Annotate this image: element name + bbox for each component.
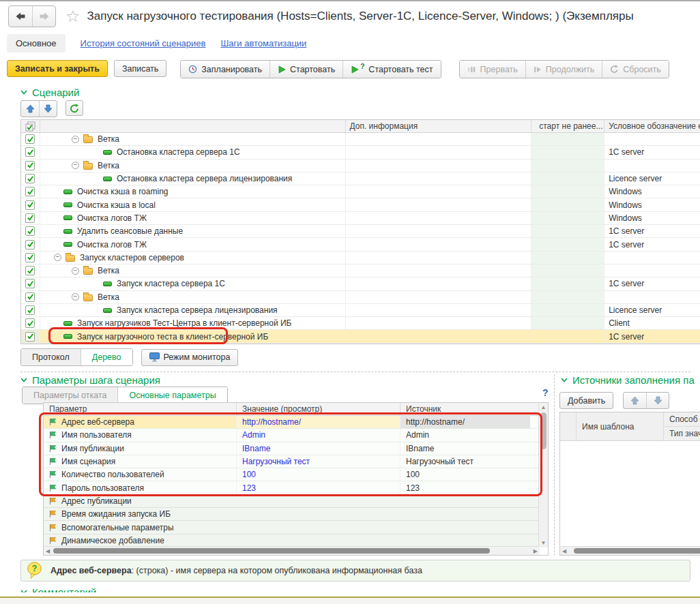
row-enabled-checkbox[interactable] (21, 185, 40, 198)
move-up-button[interactable] (624, 393, 646, 408)
collapse-minus-icon[interactable]: − (72, 267, 79, 275)
param-name[interactable]: Адрес веб-сервера (44, 416, 236, 428)
scenario-row[interactable]: Запуск нагрузочного теста в клиент-серве… (21, 330, 700, 343)
scrollbar-thumb[interactable] (574, 548, 700, 554)
params-horizontal-scrollbar[interactable]: ◀ ▶ (44, 546, 540, 555)
scenario-row-name[interactable]: −Запуск кластеров серверов (40, 252, 345, 264)
scenario-row-name[interactable]: Остановка кластера сервера 1С (40, 146, 345, 158)
param-row[interactable]: Пароль пользователя123123 (44, 481, 548, 494)
select-all-icon[interactable] (21, 120, 40, 132)
favorite-star-icon[interactable]: ☆ (65, 8, 81, 25)
scenario-row-name[interactable]: Очистка логов ТЖ (40, 212, 345, 224)
collapse-minus-icon[interactable]: − (72, 293, 79, 301)
param-source[interactable]: IBname (400, 442, 530, 455)
scenario-row-name[interactable]: Остановка кластера сервера лицензировани… (40, 172, 345, 185)
row-enabled-checkbox[interactable] (21, 238, 40, 250)
row-enabled-checkbox[interactable] (21, 198, 40, 211)
scenario-row[interactable]: Остановка кластера сервера лицензировани… (21, 172, 700, 185)
scenario-row-name[interactable]: Запуск нагрузчиков Тест-Центра в клиент-… (40, 317, 345, 329)
scenario-row-name[interactable]: Удалить сеансовые данные (40, 225, 345, 237)
row-enabled-checkbox[interactable] (21, 291, 40, 303)
scroll-down-icon[interactable]: ▼ (539, 540, 548, 546)
param-name[interactable]: Имя сценария (44, 455, 236, 468)
back-button[interactable] (9, 6, 32, 27)
help-link[interactable]: ? (542, 387, 549, 398)
param-group-row[interactable]: Адрес публикации (44, 495, 548, 508)
add-button[interactable]: Добавить (559, 392, 613, 409)
start-button[interactable]: Стартовать (269, 61, 342, 78)
param-row[interactable]: Имя пользователяAdminAdmin (44, 429, 548, 442)
tab-automation-steps[interactable]: Шаги автоматизации (220, 38, 306, 48)
reset-button[interactable]: Сбросить (602, 61, 669, 78)
scenario-row[interactable]: −Ветка (21, 291, 700, 304)
row-enabled-checkbox[interactable] (21, 225, 40, 237)
refresh-button[interactable] (65, 100, 83, 116)
continue-button[interactable]: Продолжить (525, 61, 602, 78)
scenario-row[interactable]: Остановка кластера сервера 1С1C server (21, 146, 700, 159)
scenario-row[interactable]: Запуск нагрузчиков Тест-Центра в клиент-… (21, 317, 700, 330)
param-value-link[interactable]: 100 (236, 468, 400, 481)
monitor-mode-button[interactable]: Режим монитора (141, 349, 239, 366)
row-enabled-checkbox[interactable] (21, 252, 40, 264)
param-source[interactable]: Нагрузочный тест (400, 455, 530, 468)
param-name[interactable]: Имя пользователя (44, 429, 236, 441)
tab-main-params[interactable]: Основные параметры (117, 387, 227, 404)
save-close-button[interactable]: Записать и закрыть (7, 60, 108, 77)
scenario-row-name[interactable]: Очистка логов ТЖ (40, 238, 345, 250)
tab-scenario-history[interactable]: История состояний сценариев (81, 38, 206, 48)
view-protocol-button[interactable]: Протокол (21, 349, 81, 365)
bottom-section-header[interactable]: Комментарий (20, 586, 225, 592)
param-value-link[interactable]: Admin (236, 429, 400, 441)
row-enabled-checkbox[interactable] (21, 160, 40, 172)
param-value-link[interactable]: 123 (236, 481, 400, 494)
move-down-button[interactable] (646, 393, 669, 408)
scenario-row[interactable]: −Запуск кластеров серверов (21, 252, 700, 265)
schedule-button[interactable]: Запланировать (181, 61, 269, 78)
scrollbar-thumb[interactable] (53, 548, 490, 554)
scenario-row[interactable]: Очистка кэша в roamingWindows (21, 185, 700, 198)
scenario-row[interactable]: −Ветка (21, 265, 700, 277)
scenario-row[interactable]: −Ветка (21, 133, 700, 146)
param-group-row[interactable]: Вспомогательные параметры (44, 521, 548, 534)
scenario-row-name[interactable]: −Ветка (40, 160, 345, 172)
row-enabled-checkbox[interactable] (21, 212, 40, 224)
param-name[interactable]: Имя публикации (44, 442, 236, 455)
scroll-left-icon[interactable]: ◀ (562, 548, 566, 554)
scenario-row-name[interactable]: −Ветка (40, 133, 345, 145)
param-name[interactable]: Количество пользователей (44, 468, 236, 481)
row-enabled-checkbox[interactable] (21, 265, 40, 277)
scenario-row[interactable]: Удалить сеансовые данные1C server (21, 225, 700, 238)
param-source[interactable]: Admin (400, 429, 530, 441)
scenario-row-name[interactable]: Запуск кластера сервера 1С (40, 277, 345, 290)
param-group-row[interactable]: Время ожидания запуска ИБ (44, 508, 548, 521)
collapse-minus-icon[interactable]: − (72, 136, 79, 143)
param-row[interactable]: Имя публикацииIBnameIBname (44, 442, 548, 455)
collapse-minus-icon[interactable]: − (54, 254, 61, 261)
interrupt-button[interactable]: Прервать (460, 61, 525, 78)
scroll-right-icon[interactable]: ▶ (534, 548, 538, 554)
forward-button[interactable] (32, 6, 55, 27)
scenario-row-name[interactable]: Очистка кэша в roaming (40, 185, 345, 198)
row-enabled-checkbox[interactable] (21, 304, 40, 316)
move-down-button[interactable] (39, 101, 57, 117)
scenario-row[interactable]: Очистка логов ТЖ1C server (21, 238, 700, 251)
scenario-row-name[interactable]: −Ветка (40, 265, 345, 277)
scenario-row[interactable]: Запуск кластера сервера лицензированияLi… (21, 304, 700, 317)
params-vertical-scrollbar[interactable]: ▲ ▼ (538, 403, 548, 547)
move-up-button[interactable] (21, 101, 39, 117)
scenario-row[interactable]: Запуск кластера сервера 1С1C server (21, 277, 700, 290)
save-button[interactable]: Записать (114, 60, 166, 77)
view-tree-button[interactable]: Дерево (81, 349, 132, 365)
param-row[interactable]: Адрес веб-сервераhttp://hostname/http://… (44, 416, 548, 429)
scenario-row[interactable]: −Ветка (21, 160, 700, 172)
row-enabled-checkbox[interactable] (21, 277, 40, 290)
row-enabled-checkbox[interactable] (21, 330, 40, 342)
scenario-row-name[interactable]: Очистка кэша в local (40, 198, 345, 211)
param-row[interactable]: Имя сценарияНагрузочный тестНагрузочный … (44, 455, 548, 468)
scenario-row-name[interactable]: Запуск кластера сервера лицензирования (40, 304, 345, 316)
row-enabled-checkbox[interactable] (21, 133, 40, 145)
sources-section-header[interactable]: Источники заполнения па (561, 374, 700, 386)
row-enabled-checkbox[interactable] (21, 172, 40, 185)
scenario-row-name[interactable]: −Ветка (40, 291, 345, 303)
scenario-row[interactable]: Очистка кэша в localWindows (21, 198, 700, 211)
